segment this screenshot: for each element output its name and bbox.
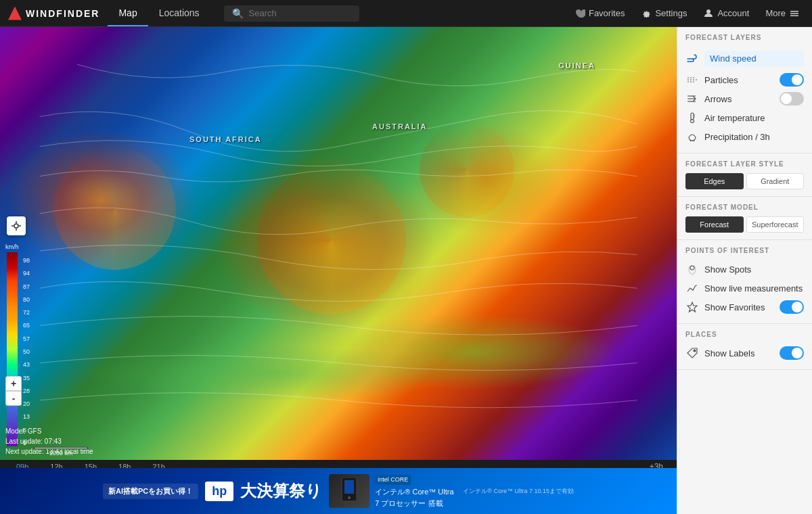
nav: Map Locations — [108, 0, 210, 26]
wind-speed-active-bg: Wind speed — [704, 51, 804, 66]
wind-speed-item[interactable]: Wind speed — [685, 47, 804, 70]
svg-point-4 — [14, 224, 18, 228]
account-button[interactable]: Account — [696, 4, 756, 23]
particles-icon — [685, 73, 699, 87]
svg-rect-1 — [790, 11, 798, 12]
settings-button[interactable]: Settings — [634, 4, 694, 23]
map-canvas: SOUTH AFRICA AUSTRALIA GUINEA — [0, 27, 677, 460]
gear-icon — [641, 8, 652, 19]
chart-icon — [686, 282, 698, 294]
forecast-layers-section: FORECAST LAYERS Wind speed — [677, 27, 812, 154]
live-icon — [685, 281, 699, 295]
ad-brand: hp — [205, 482, 233, 501]
arrows-svg-icon — [686, 93, 698, 105]
logo-text: WINDFINDER — [26, 8, 99, 19]
wind-streams — [0, 27, 677, 460]
tag-icon — [686, 347, 698, 359]
svg-point-25 — [694, 350, 696, 352]
zoom-in-button[interactable]: + — [5, 376, 22, 391]
ad-sub-text: intel CORE インテル® Core™ Ultra 7 プロセッサー 搭載 — [375, 473, 456, 509]
particles-toggle[interactable] — [780, 73, 804, 87]
locate-icon — [11, 220, 22, 231]
show-live-label: Show live measurements — [704, 283, 804, 294]
labels-toggle[interactable] — [780, 346, 804, 360]
edges-button[interactable]: Edges — [685, 173, 744, 189]
arrows-label: Arrows — [704, 94, 774, 104]
air-temp-item[interactable]: Air temperature — [685, 108, 804, 127]
logo[interactable]: WINDFINDER — [0, 0, 108, 26]
wind-scale-values: 98 94 87 80 72 65 57 50 43 35 28 20 13 6… — [23, 257, 30, 446]
map-label-south-africa: SOUTH AFRICA — [189, 135, 262, 143]
forecast-model-title: FORECAST MODEL — [685, 204, 804, 211]
points-of-interest-section: POINTS OF INTEREST Show Spots Show live … — [677, 240, 812, 324]
arrows-toggle[interactable] — [780, 92, 804, 106]
locate-button[interactable] — [7, 216, 26, 235]
places-section: PLACES Show Labels — [677, 324, 812, 370]
ad-banner[interactable]: 新AI搭載PCをお買い得！ hp 大決算祭り intel CORE インテル® … — [0, 468, 677, 514]
right-panel: FORECAST LAYERS Wind speed — [677, 27, 812, 514]
thermometer-icon — [686, 112, 698, 124]
forecast-model-button[interactable]: Forecast — [685, 216, 744, 233]
wind-scale-bar — [7, 252, 18, 446]
show-favorites-item[interactable]: Show Favorites — [685, 298, 804, 317]
search-icon: 🔍 — [232, 8, 244, 19]
svg-rect-15 — [691, 113, 694, 120]
search-input[interactable] — [249, 8, 344, 18]
precipitation-item[interactable]: Precipitation / 3h — [685, 127, 804, 146]
spots-icon — [685, 262, 699, 276]
nav-locations[interactable]: Locations — [148, 0, 210, 26]
air-temp-label: Air temperature — [704, 113, 804, 123]
star-icon — [686, 301, 698, 313]
wind-icon — [686, 53, 698, 65]
show-live-item[interactable]: Show live measurements — [685, 279, 804, 298]
header: WINDFINDER Map Locations 🔍 Favorites Set… — [0, 0, 812, 27]
scale-bar — [34, 447, 88, 449]
svg-point-28 — [348, 496, 351, 499]
arrows-icon — [685, 92, 699, 106]
svg-rect-3 — [790, 15, 798, 16]
nav-map[interactable]: Map — [108, 0, 148, 26]
more-button[interactable]: More — [759, 4, 807, 23]
layer-style-buttons: Edges Gradient — [685, 173, 804, 189]
particles-svg-icon — [686, 74, 698, 86]
wind-speed-label: Wind speed — [710, 53, 757, 64]
show-spots-item[interactable]: Show Spots — [685, 260, 804, 279]
map-container[interactable]: SOUTH AFRICA AUSTRALIA GUINEA km/h 98 94… — [0, 27, 677, 460]
ad-text-jp: 大決算祭り — [240, 480, 322, 502]
particles-label: Particles — [704, 75, 774, 85]
header-right: Favorites Settings Account More — [568, 4, 812, 23]
model-name: Model: GFS — [5, 426, 93, 436]
superforecast-button[interactable]: Superforecast — [746, 216, 805, 233]
rain-icon — [686, 131, 698, 143]
show-favorites-label: Show Favorites — [704, 302, 774, 312]
show-labels-item[interactable]: Show Labels — [685, 344, 804, 363]
favorites-toggle[interactable] — [780, 300, 804, 314]
forecast-layers-title: FORECAST LAYERS — [685, 34, 804, 41]
zoom-controls: + - — [5, 376, 22, 406]
wind-speed-icon — [685, 52, 699, 66]
wind-scale-label: km/h — [5, 243, 19, 250]
ad-note: 新AI搭載PCをお買い得！ — [103, 484, 198, 499]
scale-label: 1000 km — [49, 450, 73, 457]
favorites-button[interactable]: Favorites — [568, 4, 631, 23]
zoom-out-button[interactable]: - — [5, 391, 22, 406]
gradient-button[interactable]: Gradient — [746, 173, 805, 189]
svg-rect-27 — [344, 480, 354, 494]
forecast-layer-style-section: FORECAST LAYER STYLE Edges Gradient — [677, 154, 812, 197]
distance-scale: 1000 km — [34, 447, 88, 457]
ad-product-image — [329, 474, 369, 508]
svg-rect-2 — [790, 13, 798, 14]
heart-icon — [574, 8, 585, 19]
svg-marker-24 — [687, 302, 697, 312]
wind-scale: km/h 98 94 87 80 72 65 57 50 43 35 28 20… — [5, 243, 19, 446]
map-label-australia: AUSTRALIA — [372, 122, 428, 131]
forecast-layer-style-title: FORECAST LAYER STYLE — [685, 160, 804, 168]
show-spots-label: Show Spots — [704, 264, 804, 275]
particles-item[interactable]: Particles — [685, 70, 804, 89]
favorites-poi-icon — [685, 300, 699, 314]
precipitation-label: Precipitation / 3h — [704, 132, 804, 142]
search-area[interactable]: 🔍 — [224, 5, 359, 22]
air-temp-icon — [685, 111, 699, 124]
arrows-item[interactable]: Arrows — [685, 89, 804, 108]
map-label-guinea: GUINEA — [558, 62, 595, 70]
